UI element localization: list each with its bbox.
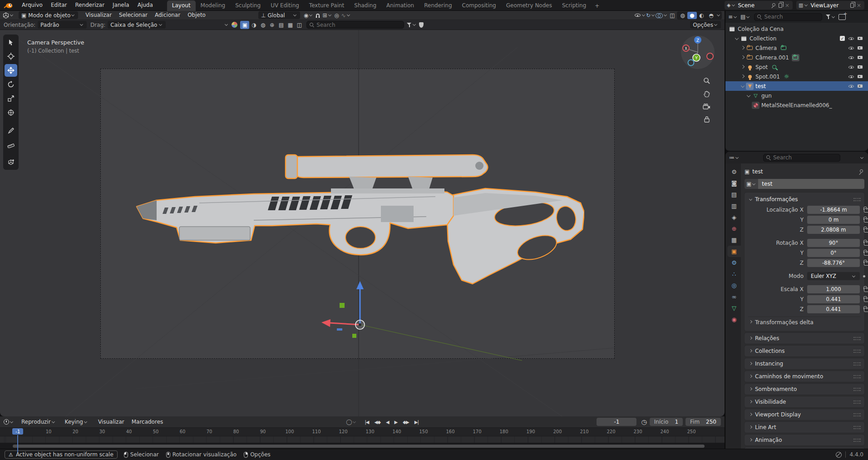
auto-keying-icon[interactable]: ◯ (346, 419, 357, 425)
outliner-row[interactable]: gun (725, 91, 868, 100)
rendered-shading-button[interactable]: ◓ (706, 12, 716, 19)
chevron-down-icon[interactable] (860, 155, 863, 158)
transport-button[interactable]: ◀◆ (372, 419, 383, 425)
properties-search[interactable] (763, 154, 840, 162)
menu-item[interactable]: Janela (108, 0, 133, 10)
panel-grip-icon[interactable] (853, 350, 861, 353)
hide-in-viewport-icon[interactable] (848, 74, 854, 79)
outliner-search[interactable] (754, 13, 822, 21)
display-mode-button[interactable]: ▤ (740, 14, 750, 20)
expander-icon[interactable] (740, 64, 746, 70)
animate-dot-icon[interactable] (863, 275, 865, 277)
panel-grip-icon[interactable] (853, 401, 861, 404)
workspace-tab[interactable]: Scripting (557, 0, 591, 11)
hide-in-viewport-icon[interactable] (848, 45, 854, 51)
transport-button[interactable]: ◆▶ (400, 419, 411, 425)
solid-shading-button[interactable]: ● (687, 12, 697, 19)
properties-panel[interactable]: Instancing (745, 358, 864, 369)
properties-tab[interactable] (727, 234, 741, 246)
offline-globe-icon[interactable] (836, 452, 842, 458)
lock-icon[interactable] (863, 306, 868, 312)
properties-tab[interactable] (727, 302, 741, 314)
value-field[interactable]: 0.441 (807, 305, 860, 313)
properties-search-input[interactable] (773, 154, 837, 161)
viewport-search[interactable] (306, 21, 404, 29)
select-box-tool[interactable] (5, 36, 17, 49)
properties-tab[interactable] (727, 189, 741, 200)
properties-tab[interactable] (727, 268, 741, 280)
panel-grip-icon[interactable] (853, 375, 861, 378)
properties-panel[interactable]: Collections (745, 346, 864, 356)
collapse-chevron-icon[interactable] (225, 23, 228, 26)
blender-logo-icon[interactable] (4, 2, 13, 9)
viewlayer-selector[interactable]: ▥ ViewLayer × (796, 1, 864, 10)
timeline-scrollbar[interactable] (0, 443, 725, 449)
new-collection-button[interactable] (838, 14, 846, 20)
expander-icon[interactable] (740, 74, 746, 79)
properties-panel[interactable]: Sombreamento (745, 384, 864, 395)
options-dropdown[interactable]: Opções (690, 21, 721, 29)
measure-tool[interactable] (5, 138, 17, 151)
add-cube-tool[interactable] (5, 156, 17, 168)
properties-editor-type-button[interactable]: ≔ (729, 155, 740, 160)
value-field[interactable]: 2.0808 m (807, 226, 860, 234)
add-workspace-button[interactable]: + (591, 1, 603, 11)
screen-icon[interactable]: ◫ (295, 21, 304, 29)
hide-in-viewport-icon[interactable] (848, 83, 854, 89)
new-scene-icon[interactable] (779, 3, 782, 8)
frame-end-field[interactable]: Fim 250 (686, 418, 721, 426)
properties-panel[interactable]: Visibilidade (745, 396, 864, 407)
transport-button[interactable]: ▶| (412, 419, 421, 425)
expander-icon[interactable] (740, 45, 746, 51)
cursor-tool[interactable] (5, 50, 17, 63)
scrollbar-thumb[interactable] (13, 445, 705, 448)
zoom-icon[interactable] (703, 77, 710, 84)
navigation-gizmo[interactable]: Z X Y (680, 35, 715, 70)
outliner-row[interactable]: Câmera (725, 43, 868, 53)
panel-grip-icon[interactable] (853, 413, 861, 416)
viewport-menu-item[interactable]: Objeto (184, 11, 209, 20)
transport-button[interactable]: |◀ (362, 419, 371, 425)
hide-in-viewport-icon[interactable] (848, 54, 854, 60)
workspace-tab[interactable]: Modeling (196, 0, 231, 11)
panel-grip-icon[interactable] (853, 426, 861, 429)
move-gizmo[interactable] (318, 277, 402, 353)
unlink-scene-icon[interactable]: × (784, 2, 790, 9)
workspace-tab[interactable]: Compositing (457, 0, 501, 11)
keying-dropdown[interactable]: Keying (62, 418, 91, 426)
expander-icon[interactable] (734, 35, 740, 41)
lock-icon[interactable] (863, 227, 868, 233)
expander-icon[interactable] (740, 54, 746, 60)
properties-tab[interactable] (727, 257, 741, 268)
toggle-xray-button[interactable]: ◫ (668, 11, 677, 20)
panel-grip-icon[interactable] (853, 439, 861, 442)
properties-panel[interactable]: Animação (745, 435, 864, 445)
pin-id-icon[interactable] (858, 169, 863, 174)
timeline-markers-menu[interactable]: Marcadores (128, 418, 167, 426)
mode-dropdown[interactable]: ▣ Modo de objeto (19, 11, 78, 19)
proportional-falloff-button[interactable]: ∿ (341, 11, 351, 20)
value-field[interactable]: -88.776° (807, 259, 860, 267)
delta-transform-subpanel[interactable]: Transformações delta (748, 317, 861, 327)
properties-tab[interactable] (727, 314, 741, 325)
outliner-row[interactable]: Spot (725, 62, 868, 72)
lock-icon[interactable] (863, 207, 868, 213)
playhead-line[interactable] (17, 435, 18, 452)
outliner-search-input[interactable] (764, 14, 819, 20)
workspace-tab[interactable]: Sculpting (230, 0, 266, 11)
properties-panel[interactable]: Caminhos de movimento (745, 371, 864, 382)
outliner-filter-button[interactable] (826, 13, 836, 21)
menu-item[interactable]: Arquivo (18, 0, 47, 10)
lock-view-icon[interactable] (704, 116, 710, 123)
render-pass-icon[interactable]: ▦ (286, 21, 295, 29)
panel-grip-icon[interactable] (853, 362, 861, 366)
annotate-tool[interactable] (5, 124, 17, 137)
rotate-tool[interactable] (5, 78, 17, 91)
outliner-row[interactable]: Coleção da Cena (725, 24, 868, 34)
disable-in-render-icon[interactable] (858, 45, 863, 50)
pin-icon[interactable] (771, 3, 775, 8)
workspace-tab[interactable]: Layout (167, 0, 196, 11)
snap-magnet-icon[interactable] (313, 11, 322, 20)
viewport-canvas[interactable]: Camera Perspective (-1) Collection | tes… (0, 30, 725, 416)
lock-icon[interactable] (863, 250, 868, 256)
